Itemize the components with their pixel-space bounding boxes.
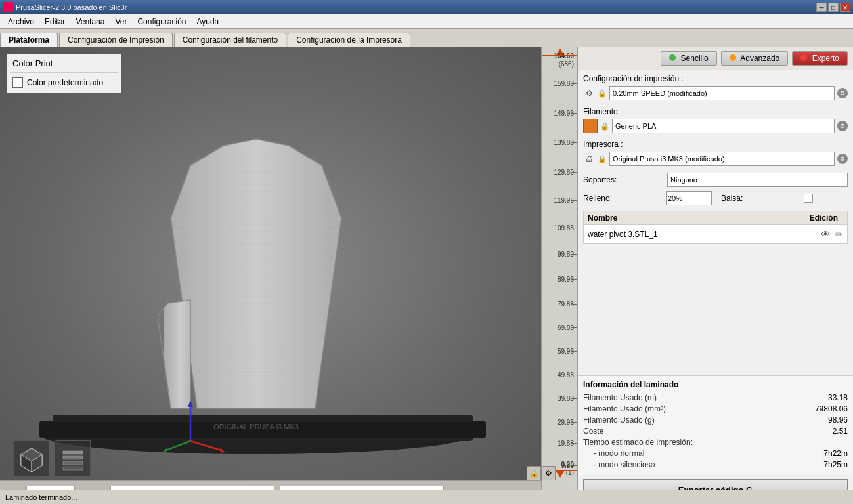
title-bar: PrusaSlicer-2.3.0 basado en Slic3r ─ □ ✕ <box>0 0 853 14</box>
svg-rect-81 <box>63 461 83 465</box>
coste-label: Coste <box>583 427 603 436</box>
filamento-g-row: Filamento Usado (g) 98.96 <box>583 415 848 425</box>
filament-gear[interactable]: ⚙ <box>837 121 848 131</box>
rl15 <box>571 443 577 444</box>
filament-select[interactable]: Generic PLA <box>612 119 835 133</box>
sencillo-button[interactable]: Sencillo <box>661 51 716 66</box>
print-config-gear[interactable]: ⚙ <box>837 88 848 98</box>
edit-icon[interactable]: ✏ <box>835 229 843 240</box>
ruler-arrow-down <box>556 471 564 478</box>
color-item-label: Color predeterminado <box>27 78 103 87</box>
soportes-select[interactable]: Ninguno Solo plataforma En todas partes <box>667 173 848 187</box>
menu-editar[interactable]: Editar <box>39 16 70 28</box>
object-icons: 👁 ✏ <box>791 229 843 240</box>
filament-label-row: Filamento : <box>583 107 848 116</box>
svg-rect-82 <box>63 467 83 470</box>
menu-bar: Archivo Editar Ventana Ver Configuración… <box>0 14 853 29</box>
relleno-label: Relleno: <box>583 194 662 203</box>
rl10 <box>571 327 577 328</box>
object-name: water pivot 3.STL_1 <box>588 230 791 239</box>
divider <box>10 72 118 73</box>
objects-table: Nombre Edición water pivot 3.STL_1 👁 ✏ <box>583 211 848 244</box>
filament-control: 🔒 Generic PLA ⚙ <box>583 119 848 133</box>
viewport-bg <box>0 47 541 480</box>
relleno-row: Relleno: 20% 10% 15% 25% 30% Balsa: <box>583 191 848 205</box>
settings-section: Configuración de impresión : ⚙ 🔒 0.20mm … <box>578 70 853 375</box>
impresora-control-row: 🖨 🔒 Original Prusa i3 MK3 (modificado) ⚙ <box>583 152 848 166</box>
filamento-mm3-label: Filamento Usado (mm³) <box>583 404 666 413</box>
menu-archivo[interactable]: Archivo <box>3 16 39 28</box>
rl8 <box>571 279 577 280</box>
col-edition-header: Edición <box>791 213 843 222</box>
tab-filamento[interactable]: Configuración del filamento <box>174 33 286 47</box>
color-print-dropdown: Color Print Color predeterminado <box>7 54 121 93</box>
filamento-g-label: Filamento Usado (g) <box>583 415 655 425</box>
menu-ver[interactable]: Ver <box>110 16 132 28</box>
tab-plataforma[interactable]: Plataforma <box>0 33 58 47</box>
menu-ventana[interactable]: Ventana <box>70 16 110 28</box>
tab-impresora[interactable]: Configuración de la Impresora <box>288 33 410 47</box>
panel-lock-button[interactable]: 🔒 <box>527 466 541 480</box>
ruler: 164.60 (686) 159.80 149.96 139.88 129.80… <box>541 47 577 504</box>
print-config-control: ⚙ 🔒 0.20mm SPEED (modificado) ⚙ <box>583 86 848 100</box>
menu-configuracion[interactable]: Configuración <box>132 16 191 28</box>
objects-header: Nombre Edición <box>584 211 847 225</box>
impresora-label-row: Impresora : <box>583 140 848 149</box>
balsa-checkbox[interactable] <box>804 194 813 203</box>
rl2 <box>571 113 577 114</box>
color-print-item[interactable]: Color predeterminado <box>10 75 118 90</box>
menu-ayuda[interactable]: Ayuda <box>191 16 224 28</box>
modo-normal-label: - modo normal <box>594 449 644 458</box>
rv17: 0.20 <box>561 461 574 468</box>
title-bar-left: PrusaSlicer-2.3.0 basado en Slic3r <box>3 2 127 12</box>
filament-label: Filamento : <box>583 107 662 116</box>
ruler-top-value2: (686) <box>559 60 574 68</box>
eye-icon[interactable]: 👁 <box>821 229 830 240</box>
rl4 <box>571 172 577 173</box>
filament-control-row: 🔒 Generic PLA ⚙ <box>583 119 848 133</box>
right-panel: Sencillo Advanzado Experto Configuración… <box>577 47 853 504</box>
status-bar: Laminado terminado... <box>0 490 853 504</box>
panel-gear-button[interactable]: ⚙ <box>541 466 556 480</box>
tab-impresion[interactable]: Configuración de Impresión <box>59 33 173 47</box>
relleno-select[interactable]: 20% 10% 15% 25% 30% <box>666 191 712 205</box>
print-config-select[interactable]: 0.20mm SPEED (modificado) <box>609 86 835 100</box>
rl14 <box>571 422 577 423</box>
filament-lock: 🔒 <box>600 122 609 131</box>
experto-dot <box>800 54 807 61</box>
rl11 <box>571 351 577 352</box>
minimize-button[interactable]: ─ <box>816 3 827 12</box>
print-config-icon: ⚙ <box>583 87 595 99</box>
close-button[interactable]: ✕ <box>840 3 850 12</box>
advanzado-dot <box>730 54 736 61</box>
cube-view-icon[interactable] <box>13 440 49 476</box>
tiempo-label: Tiempo estimado de impresión: <box>583 438 693 447</box>
advanzado-button[interactable]: Advanzado <box>721 51 789 66</box>
app-icon <box>3 2 13 12</box>
modo-silencioso-value: 7h25m <box>823 460 848 469</box>
coste-value: 2.51 <box>833 427 848 436</box>
print-config-control-row: ⚙ 🔒 0.20mm SPEED (modificado) ⚙ <box>583 86 848 100</box>
window-title: PrusaSlicer-2.3.0 basado en Slic3r <box>16 3 127 11</box>
impresora-control: 🖨 🔒 Original Prusa i3 MK3 (modificado) ⚙ <box>583 152 848 166</box>
layers-view-icon[interactable] <box>55 440 91 476</box>
maximize-button[interactable]: □ <box>828 3 839 12</box>
impresora-gear[interactable]: ⚙ <box>837 154 848 164</box>
color-swatch[interactable] <box>12 77 23 88</box>
rl13 <box>571 398 577 399</box>
modo-normal-value: 7h22m <box>823 449 848 458</box>
title-bar-controls[interactable]: ─ □ ✕ <box>816 3 850 12</box>
experto-button[interactable]: Experto <box>792 51 848 66</box>
print-config-lock: 🔒 <box>598 89 607 98</box>
rl3 <box>571 142 577 143</box>
filamento-m-label: Filamento Usado (m) <box>583 393 657 402</box>
view-icons <box>13 440 91 476</box>
svg-rect-80 <box>63 456 83 459</box>
impresora-select[interactable]: Original Prusa i3 MK3 (modificado) <box>609 152 835 166</box>
modo-silencioso-row: - modo silencioso 7h25m <box>583 460 848 469</box>
filament-color-swatch[interactable] <box>583 119 598 133</box>
viewport-area[interactable]: Color Print Color predeterminado ORIGINA… <box>0 47 577 504</box>
impresora-icon: 🖨 <box>583 153 595 165</box>
print-config-row: Configuración de impresión : <box>583 74 848 83</box>
mode-buttons: Sencillo Advanzado Experto <box>578 47 853 70</box>
